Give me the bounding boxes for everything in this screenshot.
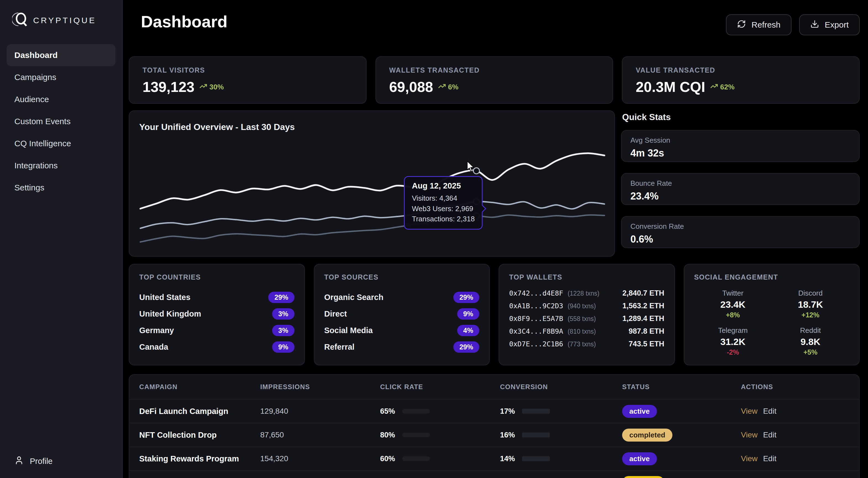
overview-chart[interactable] [129, 137, 615, 253]
view-link[interactable]: View [741, 431, 757, 439]
wallet-address: 0x3C4...F8B9A [509, 327, 563, 335]
download-icon [810, 20, 819, 30]
campaign-name: NFT Collection Drop [139, 431, 260, 440]
wallet-amount: 743.5 ETH [628, 340, 664, 348]
stat-card-wallets-transacted: WALLETS TRANSACTED 69,088 6% [375, 56, 613, 104]
country-label: Germany [139, 326, 174, 335]
quick-stat-conversion-rate: Conversion Rate 0.6% [621, 216, 860, 248]
source-row: Referral 29% [324, 339, 479, 355]
actions-cell: View Edit [741, 454, 849, 463]
panel-title: TOP WALLETS [509, 273, 664, 281]
conversion-cell: 17% [500, 407, 622, 416]
social-label: Telegram [694, 326, 772, 335]
sidebar-item-audience[interactable]: Audience [7, 88, 116, 110]
status-badge: completed [622, 429, 673, 442]
wallet-row: 0xD7E...2C1B6 (773 txns) 743.5 ETH [509, 340, 664, 352]
click-rate-bar [402, 433, 430, 437]
sidebar-item-campaigns[interactable]: Campaigns [7, 66, 116, 88]
main-content: Dashboard Refresh Export [123, 0, 868, 478]
social-label: Reddit [772, 326, 849, 335]
wallet-row: 0xA1B...9C2D3 (940 txns) 1,563.2 ETH [509, 302, 664, 314]
stat-value: 139,123 [143, 79, 194, 95]
status-cell: pending [622, 476, 741, 478]
stat-change: 6% [438, 82, 459, 92]
wallet-txns: (773 txns) [568, 341, 596, 348]
panel-title: TOP SOURCES [324, 273, 479, 281]
stat-value: 69,088 [389, 79, 433, 95]
stat-card-value-transacted: VALUE TRANSACTED 20.3M CQI 62% [622, 56, 860, 104]
campaign-name: Staking Rewards Program [139, 454, 260, 464]
stat-card-total-visitors: TOTAL VISITORS 139,123 30% [129, 56, 367, 104]
actions-cell: View Edit [741, 431, 849, 439]
edit-link[interactable]: Edit [763, 407, 776, 416]
country-row: Canada 9% [139, 339, 294, 355]
col-campaign: CAMPAIGN [139, 383, 260, 391]
source-label: Referral [324, 342, 355, 352]
edit-link[interactable]: Edit [763, 454, 776, 463]
trending-up-icon [710, 82, 718, 92]
source-label: Organic Search [324, 293, 383, 302]
stat-label: WALLETS TRANSACTED [389, 66, 599, 74]
tooltip-transactions: Transactions: 2,318 [412, 214, 475, 225]
table-row: NFT Collection Drop 87,650 80% 16% compl… [129, 423, 859, 447]
col-actions: ACTIONS [741, 383, 849, 391]
conversion-bar [522, 409, 550, 414]
export-label: Export [825, 20, 849, 30]
tooltip-date: Aug 12, 2025 [412, 181, 475, 191]
wallet-amount: 1,289.4 ETH [622, 314, 664, 323]
country-label: United States [139, 293, 190, 302]
header-actions: Refresh Export [726, 14, 860, 35]
status-badge: active [622, 452, 657, 465]
chart-title: Your Unified Overview - Last 30 Days [129, 111, 614, 132]
profile-label: Profile [30, 457, 53, 466]
overview-chart-card: Your Unified Overview - Last 30 Days Aug… [129, 110, 615, 257]
source-badge: 29% [453, 292, 479, 303]
social-grid: Twitter 23.4K +8% Discord 18.7K +12% Tel… [694, 289, 849, 356]
sidebar-item-settings[interactable]: Settings [7, 177, 116, 199]
quick-stat-label: Bounce Rate [630, 179, 850, 188]
country-badge: 3% [272, 325, 294, 336]
social-label: Discord [772, 289, 849, 298]
chart-tooltip: Aug 12, 2025 Visitors: 4,364 Web3 Users:… [404, 176, 483, 230]
wallet-txns: (558 txns) [568, 315, 596, 322]
sidebar-item-cq-intelligence[interactable]: CQ Intelligence [7, 133, 116, 155]
view-link[interactable]: View [741, 407, 757, 416]
impressions-value: 154,320 [260, 454, 380, 463]
top-wallets-panel: TOP WALLETS 0x742...d4E8F (1228 txns) 2,… [499, 264, 675, 365]
source-label: Direct [324, 309, 347, 318]
conversion-cell: 16% [500, 431, 622, 439]
social-label: Twitter [694, 289, 772, 298]
export-button[interactable]: Export [799, 14, 860, 35]
social-change: +12% [772, 311, 849, 319]
table-row: Staking Rewards Program 154,320 60% 14% … [129, 447, 859, 470]
social-cell-twitter: Twitter 23.4K +8% [694, 289, 772, 319]
social-value: 31.2K [694, 336, 772, 347]
sidebar-item-integrations[interactable]: Integrations [7, 155, 116, 177]
sidebar-item-custom-events[interactable]: Custom Events [7, 110, 116, 133]
source-badge: 9% [457, 308, 479, 319]
brand-name: CRYPTIQUE [33, 16, 96, 25]
quick-stat-value: 4m 32s [630, 147, 850, 159]
wallet-amount: 2,840.7 ETH [622, 289, 664, 298]
trending-up-icon [199, 82, 207, 92]
profile-button[interactable]: Profile [7, 451, 60, 471]
wallet-address: 0x8F9...E5A7B [509, 315, 563, 322]
quick-stats-panel: Quick Stats Avg Session 4m 32s Bounce Ra… [621, 110, 860, 259]
country-badge: 9% [272, 341, 294, 353]
quick-stat-value: 0.6% [630, 234, 850, 245]
wallet-amount: 987.8 ETH [628, 327, 664, 336]
edit-link[interactable]: Edit [763, 431, 776, 439]
country-label: United Kingdom [139, 309, 201, 318]
stat-cards-row: TOTAL VISITORS 139,123 30% WALLETS TRANS… [129, 56, 860, 104]
sidebar-item-dashboard[interactable]: Dashboard [7, 44, 116, 66]
wallet-txns: (940 txns) [568, 303, 596, 310]
view-link[interactable]: View [741, 454, 757, 463]
refresh-button[interactable]: Refresh [726, 14, 792, 35]
conversion-cell: 14% [500, 454, 622, 463]
country-row: United States 29% [139, 289, 294, 306]
social-change: +8% [694, 311, 772, 319]
conversion-bar [522, 433, 550, 437]
wallet-address: 0x742...d4E8F [509, 289, 563, 297]
country-badge: 29% [268, 292, 294, 303]
quick-stat-label: Conversion Rate [630, 222, 850, 231]
